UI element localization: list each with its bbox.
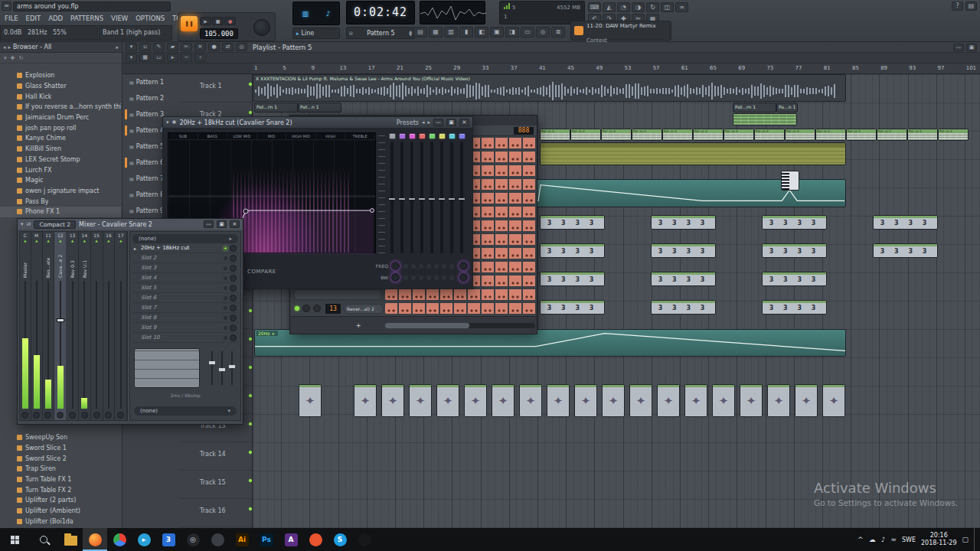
sample-clip[interactable]: ✦ [409, 384, 432, 417]
pencil-icon[interactable]: ✎ [153, 43, 165, 51]
sample-clip[interactable]: ✦ [740, 384, 763, 417]
menu-item[interactable]: VIEW [107, 13, 132, 24]
tempo-display[interactable]: 105.000 [200, 28, 238, 39]
browser-back-icon[interactable]: ◂ [3, 44, 6, 51]
send-slider[interactable] [221, 351, 223, 385]
brave-icon[interactable] [303, 528, 328, 551]
toolbar-menu-icon[interactable]: ▤ [965, 2, 977, 11]
output-selector[interactable]: (none)▾ [134, 406, 237, 416]
slot-mix-knob[interactable] [230, 295, 237, 302]
band-token[interactable] [459, 133, 466, 139]
track-header[interactable]: Track 16 [180, 499, 252, 527]
compare-label[interactable]: COMPARE [247, 269, 276, 275]
browser-item[interactable]: Magic [0, 175, 121, 186]
pattern-clip[interactable]: 3 3 3 3 [762, 272, 827, 286]
skype-icon[interactable]: S [328, 528, 352, 551]
pattern-clip[interactable]: 3 3 3 3 [540, 215, 605, 230]
spotify-icon[interactable] [352, 528, 377, 551]
pattern-clip[interactable]: 3 3 3 3 [540, 272, 605, 286]
browser-menu-icon[interactable]: ▸ [116, 44, 119, 51]
strip-fader[interactable] [31, 279, 42, 410]
pattern-clip[interactable]: 3 3 3 3 [651, 272, 716, 286]
band-gain-slider[interactable] [407, 132, 416, 253]
band-gain-slider[interactable] [427, 132, 436, 253]
slot-enable-led[interactable] [224, 316, 227, 320]
time-display[interactable]: 0:02:42 [346, 1, 415, 24]
audio-clip[interactable]: X XXXTENTACION & Lil Pump ft. Maluma & S… [253, 74, 846, 102]
plugin-gear-icon[interactable]: ✱ [172, 119, 177, 126]
strip-pan-knob[interactable] [33, 412, 40, 419]
pattern-clip[interactable]: 3 3 3 3 [762, 300, 827, 315]
browser-item[interactable]: Hall Kick [0, 91, 121, 102]
paint-icon[interactable]: ▰ [167, 43, 178, 51]
band-token[interactable] [429, 133, 436, 139]
slot-mix-knob[interactable] [230, 245, 237, 252]
blend-notes-icon[interactable]: ◑ [632, 2, 645, 12]
jog-wheel[interactable] [253, 19, 270, 36]
file-explorer-icon[interactable] [58, 528, 83, 551]
pattern-clip[interactable]: Pat...rn 1 [733, 103, 776, 112]
effect-slot[interactable]: ▸ Slot 9 [132, 323, 238, 333]
pattern-clip[interactable]: Pat..rn 2 [907, 129, 938, 141]
pattern-clip[interactable]: Pat...n 1 [298, 103, 341, 112]
browser-item[interactable]: If you reverse a...horn synth thing [0, 102, 121, 112]
effect-slot[interactable]: ▸ Slot 7 [132, 303, 238, 313]
pattern-clip[interactable]: Pat..rn 2 [540, 129, 570, 141]
pattern-clip[interactable]: Pat..rn 2 [632, 129, 662, 141]
marker-icon[interactable]: ▸ [167, 54, 178, 62]
browser-add-icon[interactable]: ✚ [11, 55, 15, 61]
pattern-clip[interactable]: Pat..rn 2 [601, 129, 632, 141]
pattern-clip[interactable]: Pat..rn 2 [570, 129, 601, 141]
strip-pan-knob[interactable] [21, 412, 28, 419]
sample-clip[interactable]: ✦ [547, 384, 570, 417]
mixer-strip[interactable]: 16 ▲ [103, 232, 116, 420]
band-token[interactable] [409, 133, 416, 139]
slot-enable-led[interactable] [224, 246, 227, 250]
freq-knob[interactable] [391, 262, 400, 270]
pattern-row[interactable]: ▤ Pattern 2 [125, 90, 178, 106]
help-icon[interactable]: ? [952, 2, 963, 11]
slot-mix-knob[interactable] [230, 265, 237, 272]
plugin-menu-icon[interactable]: ▾ [166, 119, 169, 126]
channel-button[interactable] [293, 289, 382, 300]
browser-item[interactable]: Explosion [0, 70, 121, 81]
browser-item[interactable]: Pass By [0, 196, 121, 207]
pattern-clip[interactable]: Pat..rn 2 [785, 129, 815, 141]
touch-keyboard-icon[interactable]: ▭ [521, 27, 534, 37]
maximize-icon[interactable]: ▣ [966, 44, 977, 51]
show-desktop-button[interactable] [974, 528, 977, 551]
pattern-clip[interactable]: 3 3 3 3 [762, 243, 827, 258]
slot-mix-knob[interactable] [230, 334, 237, 341]
mixer-menu-icon[interactable]: ▾ [21, 221, 24, 227]
telegram-icon[interactable]: ▸ [132, 528, 156, 551]
menu-item[interactable]: PATTERNS [67, 13, 107, 24]
sample-clip[interactable]: ✦ [712, 384, 735, 417]
tempo-tap-icon[interactable]: ◎ [536, 27, 550, 37]
track-header[interactable]: Track 1 [180, 74, 252, 103]
sample-clip[interactable]: ✦ [657, 384, 680, 417]
menu-item[interactable]: ADD [44, 13, 67, 24]
browser-item[interactable]: SweepUp Son [0, 432, 121, 443]
record-button[interactable]: ❚❚ [181, 16, 198, 31]
channel-mute-led[interactable] [295, 306, 299, 311]
pattern-selector[interactable]: ▤ Pattern 5 ▲▼ [346, 27, 415, 39]
band-token[interactable] [419, 133, 426, 139]
overdub-icon[interactable]: ∞ [675, 2, 688, 12]
sample-clip[interactable]: ✦ [354, 384, 377, 417]
band-token[interactable] [439, 133, 446, 139]
preset-next-icon[interactable]: ▸ [427, 119, 430, 126]
zoom-icon[interactable]: ◎ [236, 43, 247, 51]
mixer-strip[interactable]: M ▲ [31, 232, 43, 420]
browser-item[interactable]: Phone FX 1 [0, 207, 121, 217]
mixer-strip[interactable]: 14 ▲ Rev U:1 [79, 232, 91, 420]
step-sequencer-row[interactable] [385, 289, 537, 300]
band-token[interactable] [449, 133, 456, 139]
cloud-icon[interactable]: ☁ [869, 536, 876, 543]
strip-pan-knob[interactable] [93, 412, 100, 419]
sample-clip[interactable]: ✦ [464, 384, 487, 417]
track-header[interactable]: Track 15 [180, 471, 252, 499]
pattern-clip[interactable]: 3 3 3 3 [762, 215, 827, 230]
cut-icon[interactable]: ✂ [181, 43, 192, 51]
browser-item[interactable]: Uplifter (2 parts) [0, 495, 121, 506]
taskbar-clock[interactable]: 20:162018-11-29 [921, 532, 957, 548]
